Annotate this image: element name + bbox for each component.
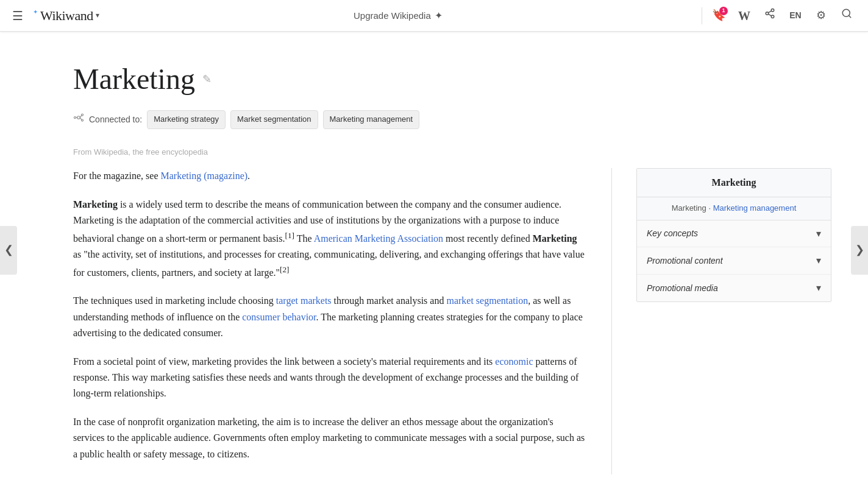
infobox-marketing-management-link[interactable]: Marketing management — [713, 203, 797, 213]
right-arrow-icon: ❯ — [855, 241, 864, 259]
svg-line-4 — [768, 11, 771, 13]
navbar-center: Upgrade Wikipedia ✦ — [99, 4, 697, 27]
svg-point-7 — [77, 116, 80, 119]
connected-tag-marketing-strategy[interactable]: Marketing strategy — [147, 110, 226, 129]
wikipedia-icon: W — [738, 6, 750, 26]
infobox-row-promotional-media[interactable]: Promotional media ▾ — [637, 275, 831, 301]
connected-icon — [73, 111, 84, 129]
connected-bar: Connected to: Marketing strategy Market … — [73, 110, 831, 129]
language-button[interactable]: EN — [784, 4, 807, 27]
svg-line-13 — [80, 118, 82, 120]
main-content: Marketing ✎ Connected to: Marketing stra… — [0, 32, 868, 500]
paragraph-societal: From a societal point of view, marketing… — [73, 354, 587, 402]
article-title: Marketing ✎ — [73, 56, 831, 103]
wikipedia-button[interactable]: W — [733, 4, 756, 27]
market-segmentation-link[interactable]: market segmentation — [446, 295, 528, 306]
upgrade-label: Upgrade Wikipedia — [354, 9, 431, 23]
paragraph-nonprofit: In the case of nonprofit organization ma… — [73, 414, 587, 462]
footnote-2: [2] — [280, 265, 290, 274]
connected-label: Connected to: — [89, 113, 142, 126]
svg-line-6 — [848, 16, 850, 18]
svg-line-12 — [80, 115, 82, 118]
wiki-attribution: From Wikipedia, the free encyclopedia — [73, 146, 831, 159]
next-article-button[interactable]: ❯ — [851, 226, 868, 275]
svg-point-8 — [74, 116, 76, 118]
nav-divider — [702, 7, 702, 24]
infobox-row-promotional-content[interactable]: Promotional content ▾ — [637, 247, 831, 275]
p1-the: The — [294, 233, 314, 244]
p1-defined: most recently defined — [443, 233, 533, 244]
navbar-right: 🔖 1 W EN ⚙ — [707, 4, 858, 27]
logo-text: Wikiwand — [40, 5, 93, 26]
promotional-media-chevron-icon: ▾ — [816, 280, 821, 296]
consumer-behavior-link[interactable]: consumer behavior — [242, 312, 316, 322]
ama-link[interactable]: American Marketing Association — [314, 233, 443, 244]
share-button[interactable] — [758, 4, 781, 27]
title-text: Marketing — [73, 56, 195, 103]
settings-icon: ⚙ — [816, 7, 826, 24]
footnote-1: [1] — [285, 231, 294, 240]
infobox: Marketing Marketing · Marketing manageme… — [636, 168, 831, 301]
search-button[interactable] — [835, 4, 858, 27]
promotional-media-label: Promotional media — [647, 281, 718, 295]
p2-start: The techniques used in marketing include… — [73, 295, 276, 306]
logo-sparkle-icon: ✦ — [33, 7, 38, 17]
wand-icon: ✦ — [435, 8, 443, 24]
promotional-content-label: Promotional content — [647, 254, 723, 267]
hamburger-menu-icon[interactable]: ☰ — [10, 4, 26, 28]
bookmark-button[interactable]: 🔖 1 — [707, 4, 730, 27]
key-concepts-chevron-icon: ▾ — [816, 226, 821, 242]
paragraph-for-magazine: For the magazine, see Marketing (magazin… — [73, 168, 587, 184]
svg-line-3 — [768, 14, 771, 16]
prev-article-button[interactable]: ❮ — [0, 226, 17, 275]
p3-start: From a societal point of view, marketing… — [73, 356, 495, 367]
navbar: ☰ ✦ Wikiwand ▾ Upgrade Wikipedia ✦ 🔖 1 W — [0, 0, 868, 32]
navbar-left: ☰ ✦ Wikiwand ▾ — [10, 4, 99, 28]
p0-before: For the magazine, see — [73, 171, 161, 181]
article-body: For the magazine, see Marketing (magazin… — [73, 168, 587, 474]
connected-tag-market-segmentation[interactable]: Market segmentation — [230, 110, 318, 129]
paragraph-definition: Marketing is a widely used term to descr… — [73, 197, 587, 281]
p1-quote: as "the activity, set of institutions, a… — [73, 249, 585, 278]
p2-mid1: through market analysis and — [332, 295, 447, 306]
economic-link[interactable]: economic — [495, 356, 533, 367]
marketing-bold-1: Marketing — [73, 199, 118, 210]
share-icon — [764, 8, 775, 24]
infobox-subtitle: Marketing · Marketing management — [637, 197, 831, 220]
infobox-subtitle-plain: Marketing · — [672, 203, 713, 213]
marketing-bold-2: Marketing — [533, 233, 577, 244]
article-divider — [611, 168, 612, 474]
connected-tag-marketing-management[interactable]: Marketing management — [323, 110, 420, 129]
settings-button[interactable]: ⚙ — [809, 4, 833, 27]
left-arrow-icon: ❮ — [4, 241, 13, 259]
upgrade-button[interactable]: Upgrade Wikipedia ✦ — [346, 4, 450, 27]
target-markets-link[interactable]: target markets — [276, 295, 332, 306]
promotional-content-chevron-icon: ▾ — [816, 253, 821, 269]
edit-icon[interactable]: ✎ — [202, 71, 212, 88]
infobox-row-key-concepts[interactable]: Key concepts ▾ — [637, 220, 831, 248]
p0-after: . — [247, 171, 250, 181]
paragraph-techniques: The techniques used in marketing include… — [73, 293, 587, 341]
bookmark-badge: 1 — [719, 7, 728, 15]
logo[interactable]: ✦ Wikiwand ▾ — [33, 5, 99, 26]
key-concepts-label: Key concepts — [647, 227, 698, 240]
article-layout: For the magazine, see Marketing (magazin… — [73, 168, 831, 474]
marketing-magazine-link[interactable]: Marketing (magazine) — [161, 171, 248, 181]
infobox-title: Marketing — [637, 169, 831, 197]
search-icon — [841, 7, 852, 24]
